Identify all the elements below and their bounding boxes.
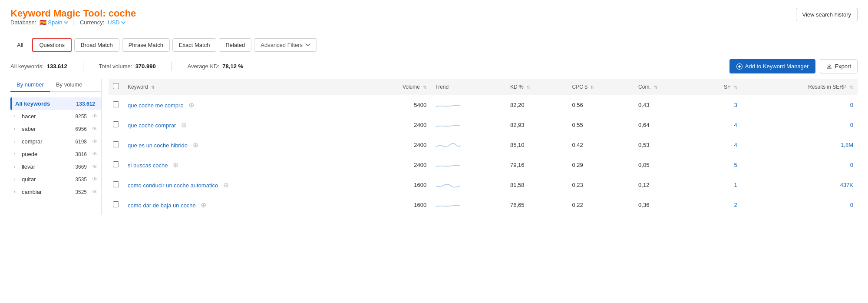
keyword-link[interactable]: como conducir un coche automatico [128, 182, 218, 189]
page-title: Keyword Magic Tool: coche [10, 8, 136, 19]
stats-divider [83, 62, 83, 71]
tab-exact-match[interactable]: Exact Match [172, 38, 217, 52]
add-keyword-button[interactable]: ⊕ [201, 201, 206, 209]
row-checkbox[interactable] [113, 161, 119, 167]
trend-chart [435, 120, 461, 129]
add-to-keyword-manager-button[interactable]: Add to Keyword Manager [729, 59, 816, 73]
trend-chart [435, 100, 461, 109]
keyword-link[interactable]: que es un coche hibrido [128, 142, 188, 149]
sf-cell: 5 [694, 155, 741, 175]
sf-link[interactable]: 5 [734, 162, 737, 168]
eye-icon[interactable]: 👁 [92, 113, 98, 120]
row-checkbox-cell[interactable] [109, 115, 123, 135]
keyword-cell: como dar de baja un coche ⊕ [123, 195, 360, 215]
row-checkbox-cell[interactable] [109, 155, 123, 175]
col-sf: SF ⇅ [694, 79, 741, 95]
sort-by-volume[interactable]: By volume [50, 79, 89, 92]
com-cell: 0,43 [634, 95, 694, 115]
serp-link[interactable]: 0 [850, 102, 853, 108]
sidebar-item-comprar[interactable]: › comprar 6198 👁 [10, 135, 101, 148]
trend-cell [431, 195, 506, 215]
tab-questions[interactable]: Questions [32, 38, 72, 52]
serp-link[interactable]: 437K [840, 182, 853, 188]
advanced-filters-button[interactable]: Advanced Filters [254, 38, 317, 52]
keyword-cell: que coche me compro ⊕ [123, 95, 360, 115]
export-button[interactable]: Export [820, 59, 858, 73]
cpc-cell: 0,42 [568, 135, 634, 155]
sf-link[interactable]: 1 [734, 182, 737, 188]
keyword-link[interactable]: que coche me compro [128, 102, 184, 109]
sidebar-item-saber[interactable]: › saber 6956 👁 [10, 123, 101, 135]
row-checkbox-cell[interactable] [109, 95, 123, 115]
sidebar-item-hacer[interactable]: › hacer 9255 👁 [10, 110, 101, 123]
database-dropdown[interactable]: 🇪🇸 Spain [40, 19, 68, 26]
eye-icon[interactable]: 👁 [92, 163, 98, 170]
tab-phrase-match[interactable]: Phrase Match [122, 38, 170, 52]
sf-link[interactable]: 3 [734, 102, 737, 108]
tab-related[interactable]: Related [219, 38, 251, 52]
kd-cell: 82,20 [506, 95, 568, 115]
eye-icon[interactable]: 👁 [92, 176, 98, 183]
avg-kd-stat: Average KD: 78,12 % [188, 63, 243, 70]
row-checkbox-cell[interactable] [109, 135, 123, 155]
sidebar-item-puede[interactable]: › puede 3816 👁 [10, 148, 101, 160]
keyword-link[interactable]: como dar de baja un coche [128, 202, 196, 209]
serp-link[interactable]: 0 [850, 162, 853, 168]
eye-icon[interactable]: 👁 [92, 126, 98, 132]
add-keyword-button[interactable]: ⊕ [193, 141, 198, 149]
add-keyword-button[interactable]: ⊕ [173, 161, 178, 169]
sidebar-item-quitar[interactable]: › quitar 3535 👁 [10, 173, 101, 186]
sf-link[interactable]: 2 [734, 202, 737, 208]
eye-icon[interactable]: 👁 [92, 138, 98, 145]
kd-cell: 82,93 [506, 115, 568, 135]
sf-cell: 2 [694, 195, 741, 215]
trend-chart [435, 160, 461, 169]
row-checkbox[interactable] [113, 201, 119, 207]
col-keyword: Keyword ⇅ [123, 79, 360, 95]
chevron-right-icon: › [14, 177, 19, 182]
sidebar: By number By volume All keywords 133.612… [10, 79, 102, 215]
row-checkbox[interactable] [113, 101, 119, 107]
com-cell: 0,53 [634, 135, 694, 155]
serp-link[interactable]: 1,8M [841, 142, 853, 148]
serp-cell: 437K [742, 175, 858, 195]
sf-cell: 1 [694, 175, 741, 195]
view-history-button[interactable]: View search history [796, 8, 858, 21]
keyword-link[interactable]: si buscas coche [128, 162, 168, 169]
sf-link[interactable]: 4 [734, 142, 737, 148]
currency-label: Currency: [80, 19, 104, 26]
volume-cell: 2400 [360, 135, 431, 155]
sf-link[interactable]: 4 [734, 122, 737, 128]
add-keyword-button[interactable]: ⊕ [181, 121, 187, 129]
add-keyword-button[interactable]: ⊕ [188, 101, 194, 109]
row-checkbox-cell[interactable] [109, 175, 123, 195]
sf-cell: 4 [694, 115, 741, 135]
select-all-checkbox[interactable] [113, 83, 119, 89]
add-keyword-button[interactable]: ⊕ [223, 181, 229, 189]
col-select-all[interactable] [109, 79, 123, 95]
table-row: que coche me compro ⊕ 5400 82,20 0,56 0,… [109, 95, 858, 115]
chevron-right-icon: › [14, 152, 19, 156]
trend-cell [431, 95, 506, 115]
serp-link[interactable]: 0 [850, 202, 853, 208]
flag-icon: 🇪🇸 [40, 19, 46, 26]
eye-icon[interactable]: 👁 [92, 189, 98, 195]
sidebar-item-llevar[interactable]: › llevar 3669 👁 [10, 160, 101, 173]
serp-link[interactable]: 0 [850, 122, 853, 128]
sf-cell: 4 [694, 135, 741, 155]
currency-dropdown[interactable]: USD [108, 19, 125, 26]
row-checkbox[interactable] [113, 141, 119, 147]
row-checkbox[interactable] [113, 181, 119, 187]
sort-by-number[interactable]: By number [10, 79, 50, 92]
chevron-down-icon [305, 42, 310, 47]
sidebar-item-cambiar[interactable]: › cambiar 3525 👁 [10, 186, 101, 198]
sf-cell: 3 [694, 95, 741, 115]
row-checkbox[interactable] [113, 121, 119, 127]
tab-broad-match[interactable]: Broad Match [74, 38, 119, 52]
sidebar-item-all-keywords[interactable]: All keywords 133.612 [10, 97, 101, 110]
eye-icon[interactable]: 👁 [92, 151, 98, 157]
keyword-link[interactable]: que coche comprar [128, 122, 176, 129]
row-checkbox-cell[interactable] [109, 195, 123, 215]
tab-all[interactable]: All [10, 38, 30, 52]
table-row: como conducir un coche automatico ⊕ 1600… [109, 175, 858, 195]
